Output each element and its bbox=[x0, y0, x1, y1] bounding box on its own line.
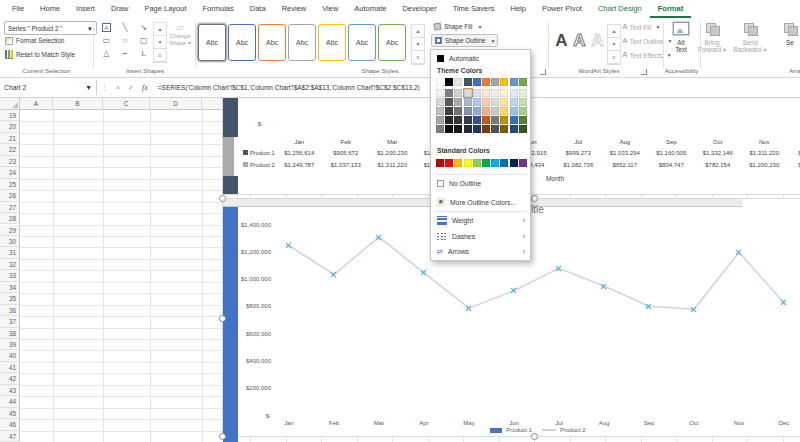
table-cell-value[interactable]: $952,117 bbox=[602, 162, 649, 168]
theme-variant-swatch[interactable] bbox=[519, 116, 527, 124]
gallery-more-icon[interactable]: ≡ bbox=[154, 49, 166, 62]
standard-color-swatch[interactable] bbox=[491, 159, 499, 167]
theme-variant-swatch[interactable] bbox=[454, 116, 462, 124]
menu-tab-file[interactable]: File bbox=[4, 0, 32, 18]
theme-variant-swatch[interactable] bbox=[510, 125, 518, 133]
row-header-29[interactable]: 29 bbox=[0, 225, 20, 236]
theme-variant-swatch[interactable] bbox=[500, 89, 508, 97]
row-header-24[interactable]: 24 bbox=[0, 167, 20, 178]
scroll-down-icon[interactable]: ▼ bbox=[154, 36, 166, 49]
theme-variant-swatch[interactable] bbox=[510, 107, 518, 115]
row-header-36[interactable]: 36 bbox=[0, 305, 20, 316]
text-box-shape-icon[interactable]: A bbox=[97, 21, 116, 34]
row-header-33[interactable]: 33 bbox=[0, 270, 20, 281]
selection-handle[interactable] bbox=[219, 315, 226, 322]
menu-tab-automate[interactable]: Automate bbox=[346, 0, 394, 18]
row-header-46[interactable]: 46 bbox=[0, 419, 20, 430]
selected-point-marker[interactable] bbox=[285, 241, 293, 249]
row-header-30[interactable]: 30 bbox=[0, 236, 20, 247]
selection-handle[interactable] bbox=[531, 195, 538, 202]
theme-variant-swatch[interactable] bbox=[510, 98, 518, 106]
standard-color-swatch[interactable] bbox=[482, 159, 490, 167]
line-shape-icon[interactable]: ╲ bbox=[116, 21, 135, 34]
theme-variant-swatch[interactable] bbox=[445, 116, 453, 124]
theme-variant-swatch[interactable] bbox=[454, 125, 462, 133]
triangle-shape-icon[interactable]: △ bbox=[97, 47, 116, 60]
column-header-D[interactable]: D bbox=[150, 98, 202, 110]
table-cell-value[interactable]: $1,033,294 bbox=[602, 150, 649, 156]
shape-style-preset-6[interactable]: Abc bbox=[348, 24, 376, 61]
reset-to-match-style-button[interactable]: Reset to Match Style bbox=[5, 49, 75, 60]
theme-variant-swatch[interactable] bbox=[445, 98, 453, 106]
theme-color-swatch[interactable] bbox=[519, 78, 527, 86]
standard-color-swatch[interactable] bbox=[464, 159, 472, 167]
scroll-up-icon[interactable]: ▲ bbox=[608, 25, 620, 38]
theme-variant-swatch[interactable] bbox=[510, 116, 518, 124]
table-cell-value[interactable]: $1,082,736 bbox=[555, 162, 602, 168]
theme-variant-swatch[interactable] bbox=[464, 116, 472, 124]
insert-shapes-gallery[interactable]: A╲↘▭○▢△⌐L bbox=[97, 21, 153, 60]
menu-item-weight[interactable]: Weight › bbox=[431, 213, 530, 227]
bring-forward-button[interactable]: Bring Forward ▾ bbox=[695, 21, 729, 65]
row-header-28[interactable]: 28 bbox=[0, 213, 20, 224]
scroll-down-icon[interactable]: ▼ bbox=[608, 38, 620, 51]
rounded-rectangle-shape-icon[interactable]: ▢ bbox=[134, 34, 153, 47]
text-outline-button[interactable]: A Text Outline ▼ bbox=[622, 35, 666, 47]
theme-variant-swatch[interactable] bbox=[500, 107, 508, 115]
theme-variant-swatch[interactable] bbox=[510, 89, 518, 97]
table-cell-value[interactable]: $905,672 bbox=[323, 150, 370, 156]
theme-variant-swatch[interactable] bbox=[454, 98, 462, 106]
oval-shape-icon[interactable]: ○ bbox=[116, 34, 135, 47]
theme-variant-swatch[interactable] bbox=[519, 107, 527, 115]
shape-fill-button[interactable]: Shape Fill ▼ bbox=[431, 20, 501, 33]
theme-variant-swatch[interactable] bbox=[491, 125, 499, 133]
table-cell-value[interactable]: $1,200,230 bbox=[369, 150, 416, 156]
theme-variant-swatch[interactable] bbox=[482, 98, 490, 106]
row-header-40[interactable]: 40 bbox=[0, 350, 20, 361]
theme-variant-swatch[interactable] bbox=[436, 125, 444, 133]
theme-variant-swatch[interactable] bbox=[473, 116, 481, 124]
wordart-style-2[interactable]: A bbox=[571, 24, 588, 59]
wordart-style-3[interactable]: A bbox=[589, 24, 606, 59]
menu-item-dashes[interactable]: Dashes › bbox=[431, 229, 530, 243]
row-header-42[interactable]: 42 bbox=[0, 373, 20, 384]
selection-pane-button[interactable]: Se bbox=[775, 21, 800, 65]
shape-styles-scroll[interactable]: ▲ ▼ ≡ bbox=[411, 24, 425, 65]
theme-variant-swatch[interactable] bbox=[473, 89, 481, 97]
theme-variant-swatch[interactable] bbox=[445, 107, 453, 115]
theme-variant-swatch[interactable] bbox=[473, 98, 481, 106]
arrow-shape-icon[interactable]: ↘ bbox=[134, 21, 153, 34]
selection-handle[interactable] bbox=[531, 433, 538, 440]
theme-variant-swatch[interactable] bbox=[519, 98, 527, 106]
selected-point-marker[interactable] bbox=[645, 302, 653, 310]
table-cell-value[interactable]: $999,273 bbox=[555, 150, 602, 156]
theme-variant-swatch[interactable] bbox=[464, 107, 472, 115]
select-all-corner[interactable] bbox=[0, 98, 20, 110]
theme-color-swatch[interactable] bbox=[510, 78, 518, 86]
shape-style-preset-4[interactable]: Abc bbox=[288, 24, 316, 61]
format-selection-button[interactable]: Format Selection bbox=[5, 35, 64, 46]
shape-style-preset-5[interactable]: Abc bbox=[318, 24, 346, 61]
selected-point-marker[interactable] bbox=[690, 305, 698, 313]
chart-element-selector[interactable]: Series " Product 2 " ▼ bbox=[4, 21, 97, 35]
theme-variant-swatch[interactable] bbox=[436, 89, 444, 97]
row-header-22[interactable]: 22 bbox=[0, 144, 20, 155]
shape-style-preset-3[interactable]: Abc bbox=[258, 24, 286, 61]
table-cell-value[interactable]: $960,000 bbox=[788, 150, 800, 156]
menu-tab-power-pivot[interactable]: Power Pivot bbox=[534, 0, 590, 18]
row-header-35[interactable]: 35 bbox=[0, 293, 20, 304]
send-backward-button[interactable]: Send Backward ▾ bbox=[733, 21, 767, 65]
column-header-A[interactable]: A bbox=[20, 98, 53, 110]
theme-variant-swatch[interactable] bbox=[454, 107, 462, 115]
table-cell-value[interactable]: $1,311,220 bbox=[369, 162, 416, 168]
row-header-43[interactable]: 43 bbox=[0, 385, 20, 396]
theme-variant-swatch-selected[interactable] bbox=[464, 89, 472, 97]
dialog-launcher-icon[interactable] bbox=[540, 69, 546, 75]
theme-variant-swatch[interactable] bbox=[491, 98, 499, 106]
insert-function-icon[interactable]: fx bbox=[138, 83, 152, 92]
standard-color-swatch[interactable] bbox=[500, 159, 508, 167]
theme-color-swatch[interactable] bbox=[454, 78, 462, 86]
theme-variant-swatch[interactable] bbox=[473, 125, 481, 133]
menu-tab-view[interactable]: View bbox=[314, 0, 346, 18]
row-header-47[interactable]: 47 bbox=[0, 431, 20, 442]
